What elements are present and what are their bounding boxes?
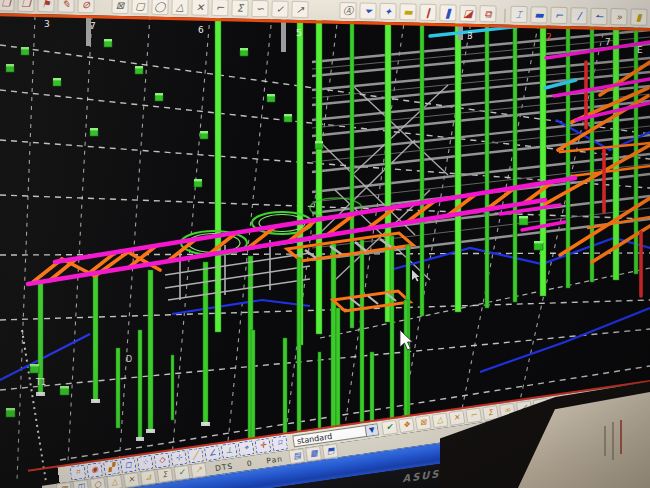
- flag-icon[interactable]: ⚑: [37, 0, 54, 12]
- profile-plate-icon[interactable]: ▬: [530, 6, 547, 23]
- mode-triangle-icon[interactable]: △: [106, 474, 123, 488]
- profile-arrow-icon[interactable]: ↼: [590, 8, 607, 25]
- phase-combobox-value: standard: [296, 431, 332, 445]
- mode-box-icon[interactable]: ▣: [56, 482, 73, 488]
- grid-label: 7: [90, 21, 96, 31]
- note-icon[interactable]: ▬: [399, 3, 416, 20]
- rect-icon[interactable]: ▢: [131, 0, 148, 15]
- mode-check-icon[interactable]: ✓: [173, 465, 190, 481]
- mode-circle-icon[interactable]: ○: [89, 477, 106, 488]
- grid-label: 6: [198, 25, 204, 35]
- snap-hatch-icon[interactable]: ▞: [103, 460, 120, 476]
- refresh-globe-icon[interactable]: ❖: [398, 417, 415, 433]
- chevron-down-icon[interactable]: ▼: [365, 424, 378, 436]
- circle-icon[interactable]: ◯: [151, 0, 168, 15]
- sel-cross-icon[interactable]: ✕: [448, 410, 465, 426]
- filter-funnel-icon[interactable]: ⏷: [359, 2, 376, 19]
- snap-perp-icon[interactable]: ⊥: [221, 443, 238, 459]
- snap-handle-icon[interactable]: ⌑: [271, 435, 288, 451]
- snap-star-icon[interactable]: ⊹: [170, 450, 187, 466]
- grid-label: 7: [605, 37, 611, 47]
- apply-check-icon[interactable]: ✔: [381, 420, 398, 436]
- bolt-icon[interactable]: »: [610, 8, 627, 25]
- grid-label: 3: [467, 31, 473, 41]
- copy-icon[interactable]: ❐: [0, 0, 15, 12]
- profile-ibeam-icon[interactable]: ⌶: [510, 6, 527, 23]
- arrow-ne-icon[interactable]: ↗: [291, 1, 308, 18]
- snap-diamond-icon[interactable]: ◇: [154, 452, 171, 468]
- mode-arrow-icon[interactable]: ↗: [190, 462, 207, 478]
- view-panel-icon[interactable]: ▤: [289, 448, 306, 464]
- pin-blue-icon[interactable]: ❚: [439, 4, 456, 21]
- grid-label: D: [126, 355, 132, 364]
- monitor-brand-logo: ASUS: [403, 468, 441, 485]
- mode-x-icon[interactable]: ✕: [123, 472, 140, 488]
- snap-box-icon[interactable]: ◻: [120, 457, 137, 473]
- sel-corner-icon[interactable]: ⌐: [465, 408, 482, 424]
- mode-wedge-icon[interactable]: ⊿: [140, 470, 157, 486]
- snap-target-icon[interactable]: ⌖: [238, 440, 255, 456]
- copy-swatch-icon[interactable]: ⧉: [479, 5, 496, 22]
- pin-red-icon[interactable]: ❙: [419, 4, 436, 21]
- status-pan-label: Pan: [266, 454, 284, 465]
- snap-grid-icon[interactable]: ⌗: [69, 465, 86, 481]
- mode-sigma-icon[interactable]: Σ: [157, 467, 174, 483]
- erase-icon[interactable]: ⊘: [77, 0, 94, 13]
- boxed-x-icon[interactable]: ⊠: [111, 0, 128, 14]
- annotate-icon[interactable]: Ⓐ: [339, 2, 356, 19]
- snap-plus-icon[interactable]: ✛: [254, 438, 271, 454]
- grid-label: T1: [35, 378, 46, 387]
- snap-dots-icon[interactable]: ⁘: [137, 455, 154, 471]
- grid-label: E: [637, 45, 643, 55]
- check-icon[interactable]: ✓: [271, 0, 288, 17]
- grid-label: 5: [296, 28, 302, 38]
- status-count: 0: [246, 458, 253, 468]
- view-half-icon[interactable]: ⬒: [322, 443, 339, 459]
- grid-label: 2: [546, 32, 552, 42]
- stud-icon[interactable]: ▮: [630, 8, 647, 25]
- monitor-photo: 3 7 6 5 3 2 7 E T1 D ❐ ❒ ⚑ ✎ ⊘ ⊠ ▢ ◯ △ ✕…: [0, 0, 650, 488]
- grid-label: 3: [44, 19, 50, 29]
- cross-icon[interactable]: ✕: [191, 0, 208, 16]
- star-icon[interactable]: ✦: [379, 3, 396, 20]
- mode-split-icon[interactable]: ◫: [73, 479, 90, 488]
- profile-slash-icon[interactable]: ∕: [570, 7, 587, 24]
- curve-icon[interactable]: ∽: [251, 0, 268, 17]
- paste-icon[interactable]: ❒: [17, 0, 34, 12]
- sel-triangle-icon[interactable]: △: [432, 412, 449, 428]
- view-grid-icon[interactable]: ▦: [306, 446, 323, 462]
- sel-boxed-x-icon[interactable]: ⊠: [415, 415, 432, 431]
- triangle-icon[interactable]: △: [171, 0, 188, 15]
- status-dts-label: DTS: [214, 461, 233, 472]
- snap-point-icon[interactable]: ◉: [86, 462, 103, 478]
- snap-line-icon[interactable]: ╱: [187, 448, 204, 464]
- pen-icon[interactable]: ✎: [57, 0, 74, 13]
- swatch-icon[interactable]: ◪: [459, 5, 476, 22]
- corner-icon[interactable]: ⌐: [211, 0, 228, 16]
- snap-angle-icon[interactable]: ∠: [204, 445, 221, 461]
- profile-angle-icon[interactable]: ⌐: [550, 7, 567, 24]
- sigma-icon[interactable]: Σ: [231, 0, 248, 17]
